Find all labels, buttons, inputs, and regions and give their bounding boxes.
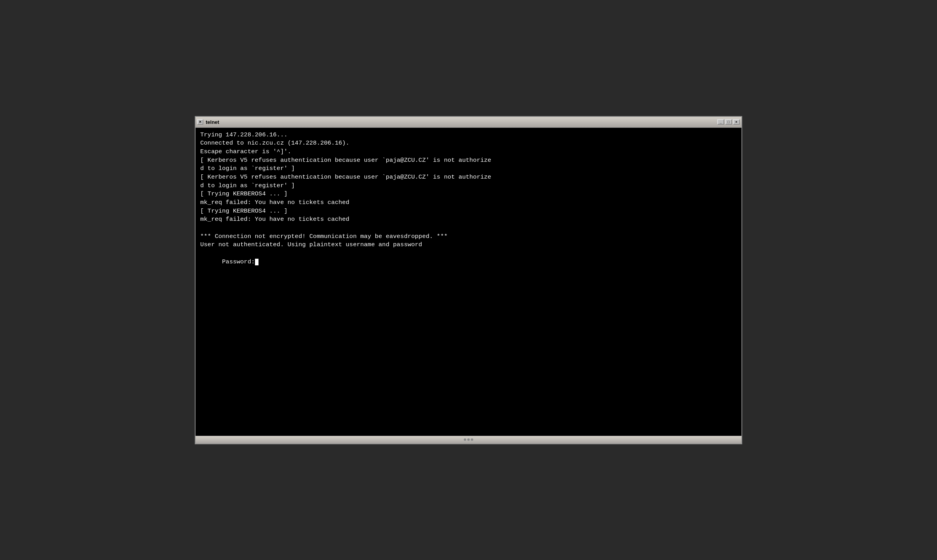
- terminal-line-6: d to login as `register' ]: [200, 182, 737, 190]
- terminal-line-3: [ Kerberos V5 refuses authentication bec…: [200, 156, 737, 165]
- minimize-button[interactable]: _: [717, 119, 724, 125]
- cursor: [255, 259, 258, 265]
- telnet-window: ✕ telnet _ □ × Trying 147.228.206.16... …: [195, 116, 742, 444]
- terminal-line-13: User not authenticated. Using plaintext …: [200, 241, 737, 249]
- terminal-line-4: d to login as `register' ]: [200, 165, 737, 173]
- terminal-line-1: Connected to nic.zcu.cz (147.228.206.16)…: [200, 139, 737, 148]
- dot-1: [464, 438, 466, 441]
- bottom-decoration: [464, 438, 473, 441]
- terminal-line-7: [ Trying KERBEROS4 ... ]: [200, 190, 737, 199]
- terminal-line-2: Escape character is '^]'.: [200, 148, 737, 156]
- terminal-line-11: [200, 224, 737, 233]
- restore-button[interactable]: ×: [733, 119, 740, 125]
- dot-3: [471, 438, 473, 441]
- terminal-prompt-line[interactable]: Password:: [200, 249, 737, 275]
- title-bar: ✕ telnet _ □ ×: [196, 117, 741, 128]
- bottom-bar: [196, 436, 741, 444]
- terminal-line-12: *** Connection not encrypted! Communicat…: [200, 233, 737, 241]
- close-button[interactable]: ✕: [197, 119, 203, 125]
- terminal-line-8: mk_req failed: You have no tickets cache…: [200, 199, 737, 207]
- maximize-button[interactable]: □: [725, 119, 732, 125]
- window-controls: _ □ ×: [717, 119, 740, 125]
- terminal-body[interactable]: Trying 147.228.206.16... Connected to ni…: [196, 128, 741, 436]
- terminal-line-10: mk_req failed: You have no tickets cache…: [200, 215, 737, 224]
- terminal-line-5: [ Kerberos V5 refuses authentication bec…: [200, 173, 737, 182]
- terminal-line-0: Trying 147.228.206.16...: [200, 131, 737, 140]
- dot-2: [467, 438, 470, 441]
- terminal-line-9: [ Trying KERBEROS4 ... ]: [200, 207, 737, 216]
- window-title: telnet: [206, 119, 219, 125]
- password-prompt-label: Password:: [222, 258, 255, 265]
